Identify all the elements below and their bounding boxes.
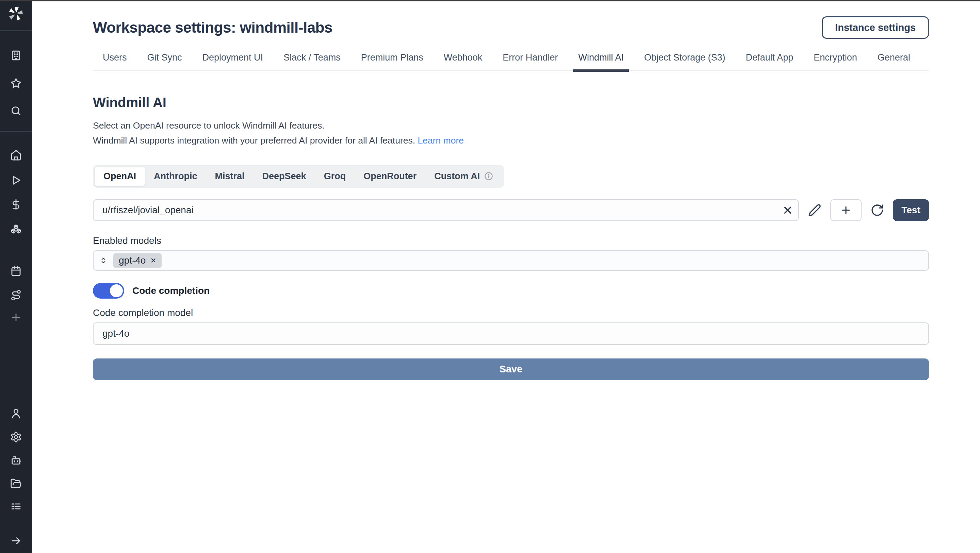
resource-input-wrap bbox=[93, 199, 799, 221]
save-button[interactable]: Save bbox=[93, 359, 929, 380]
tab-webhook[interactable]: Webhook bbox=[439, 52, 488, 70]
tab-slack-teams[interactable]: Slack / Teams bbox=[278, 52, 346, 70]
remove-model-icon[interactable]: × bbox=[150, 256, 156, 265]
home-icon[interactable] bbox=[10, 149, 22, 161]
refresh-icon[interactable] bbox=[870, 203, 884, 217]
main-content: Workspace settings: windmill-labs Instan… bbox=[32, 2, 980, 553]
code-completion-row: Code completion bbox=[93, 283, 929, 299]
workspace-building-icon[interactable] bbox=[10, 50, 22, 61]
model-chip: gpt-4o× bbox=[113, 253, 162, 268]
instance-settings-button[interactable]: Instance settings bbox=[822, 16, 929, 39]
tab-windmill-ai[interactable]: Windmill AI bbox=[573, 52, 629, 70]
enabled-models-label: Enabled models bbox=[93, 235, 929, 246]
provider-tab-groq[interactable]: Groq bbox=[315, 167, 355, 186]
provider-tab-label: Mistral bbox=[215, 171, 245, 182]
tab-premium-plans[interactable]: Premium Plans bbox=[356, 52, 428, 70]
sidebar-divider bbox=[0, 30, 32, 30]
provider-tab-label: OpenRouter bbox=[363, 171, 417, 182]
tab-users[interactable]: Users bbox=[98, 52, 132, 70]
provider-tab-label: OpenAI bbox=[103, 171, 136, 182]
page-title: Workspace settings: windmill-labs bbox=[93, 19, 332, 36]
expand-arrow-right-icon[interactable] bbox=[10, 535, 22, 547]
tab-git-sync[interactable]: Git Sync bbox=[142, 52, 187, 70]
user-icon[interactable] bbox=[10, 408, 22, 420]
tab-encryption[interactable]: Encryption bbox=[808, 52, 862, 70]
section-description-text: Windmill AI supports integration with yo… bbox=[93, 135, 415, 146]
section-description-line2: Windmill AI supports integration with yo… bbox=[93, 134, 929, 147]
code-completion-model-input[interactable] bbox=[93, 323, 929, 345]
resources-boxes-icon[interactable] bbox=[10, 224, 22, 235]
resource-row: Test bbox=[93, 199, 929, 221]
page-header: Workspace settings: windmill-labs Instan… bbox=[93, 16, 929, 39]
provider-tab-label: Groq bbox=[324, 171, 346, 182]
tab-error-handler[interactable]: Error Handler bbox=[498, 52, 563, 70]
provider-tab-mistral[interactable]: Mistral bbox=[206, 167, 253, 186]
windmill-logo-icon[interactable] bbox=[8, 5, 24, 22]
code-completion-label: Code completion bbox=[132, 285, 210, 296]
model-chips: gpt-4o× bbox=[113, 253, 162, 268]
provider-tab-deepseek[interactable]: DeepSeek bbox=[253, 167, 315, 186]
create-plus-icon[interactable] bbox=[10, 311, 22, 323]
audit-logs-list-icon[interactable] bbox=[10, 501, 22, 512]
usage-dollar-icon[interactable] bbox=[10, 199, 22, 210]
section-heading: Windmill AI bbox=[93, 95, 929, 110]
edit-resource-pencil-icon[interactable] bbox=[808, 203, 821, 217]
provider-tab-openai[interactable]: OpenAI bbox=[95, 167, 145, 186]
favorites-star-icon[interactable] bbox=[10, 78, 22, 89]
add-resource-button[interactable] bbox=[830, 199, 862, 221]
learn-more-link[interactable]: Learn more bbox=[417, 135, 464, 146]
workers-bot-icon[interactable] bbox=[10, 454, 22, 466]
settings-tabbar: UsersGit SyncDeployment UISlack / TeamsP… bbox=[93, 52, 929, 71]
provider-tab-anthropic[interactable]: Anthropic bbox=[145, 167, 206, 186]
ai-provider-tabs: OpenAIAnthropicMistralDeepSeekGroqOpenRo… bbox=[93, 165, 504, 188]
settings-gear-icon[interactable] bbox=[10, 431, 22, 443]
tab-deployment-ui[interactable]: Deployment UI bbox=[197, 52, 269, 70]
chevrons-up-down-icon bbox=[99, 256, 108, 265]
toggle-knob bbox=[110, 284, 123, 297]
provider-tab-openrouter[interactable]: OpenRouter bbox=[355, 167, 425, 186]
code-completion-toggle[interactable] bbox=[93, 283, 124, 299]
schedules-calendar-icon[interactable] bbox=[10, 265, 22, 277]
model-chip-label: gpt-4o bbox=[119, 255, 146, 266]
tab-general[interactable]: General bbox=[872, 52, 915, 70]
test-button[interactable]: Test bbox=[893, 199, 929, 221]
enabled-models-select[interactable]: gpt-4o× bbox=[93, 250, 929, 271]
workflows-route-icon[interactable] bbox=[10, 289, 22, 301]
provider-tab-label: Anthropic bbox=[154, 171, 197, 182]
provider-tab-label: DeepSeek bbox=[262, 171, 306, 182]
provider-tab-label: Custom AI bbox=[434, 171, 480, 182]
runs-play-icon[interactable] bbox=[10, 175, 22, 186]
window-top-border bbox=[0, 0, 980, 2]
folders-icon[interactable] bbox=[10, 478, 22, 489]
provider-tab-custom-ai[interactable]: Custom AI bbox=[425, 167, 502, 186]
code-completion-model-label: Code completion model bbox=[93, 307, 929, 318]
sidebar bbox=[0, 0, 32, 553]
clear-resource-icon[interactable] bbox=[782, 204, 794, 216]
section-description-line1: Select an OpenAI resource to unlock Wind… bbox=[93, 119, 929, 132]
tab-default-app[interactable]: Default App bbox=[741, 52, 799, 70]
sidebar-divider bbox=[0, 131, 32, 132]
search-icon[interactable] bbox=[10, 105, 22, 117]
openai-resource-input[interactable] bbox=[93, 199, 799, 221]
tab-object-storage-s3[interactable]: Object Storage (S3) bbox=[639, 52, 730, 70]
info-icon[interactable] bbox=[484, 172, 493, 181]
